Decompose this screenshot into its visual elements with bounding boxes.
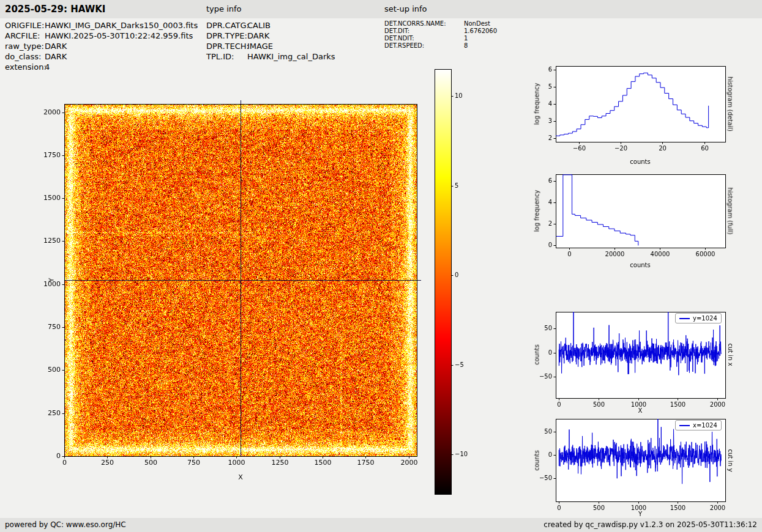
histogram-full-y-axis-label: log frequency: [534, 190, 540, 232]
footer-bar: powered by QC: www.eso.org/HC created by…: [0, 518, 762, 532]
cut-in-x-legend: y=1024: [675, 313, 722, 323]
file-info-block: ORIGFILE:HAWKI_IMG_DARK_Darks150_0003.fi…: [5, 21, 198, 73]
qc-report-page: 2025-05-29: HAWKI type info set-up info …: [0, 0, 762, 532]
meta-value: 1: [464, 35, 468, 42]
dark-frame-image: [34, 92, 431, 492]
type-info-row: TPL.ID:HAWKI_img_cal_Darks: [206, 52, 335, 62]
file-info-row: extension:4: [5, 62, 198, 73]
meta-label: raw_type:: [5, 42, 45, 51]
type-info-row: DPR.CATG:CALIB: [206, 21, 335, 31]
meta-label: DPR.TECH:: [206, 42, 247, 51]
type-info-header: type info: [206, 0, 242, 18]
setup-info-row: DET.DIT:1.6762060: [384, 28, 497, 35]
histogram-detail-y-axis-label: log frequency: [534, 83, 540, 125]
meta-value: HAWKI.2025-05-30T10:22:42.959.fits: [45, 31, 193, 40]
cut-in-x-y-axis-label: counts: [534, 344, 540, 364]
main-image-x-axis-label: X: [238, 473, 243, 481]
histogram-full-x-axis-label: counts: [630, 262, 650, 268]
histogram-full-chart: [526, 169, 731, 276]
footer-credit-qc: powered by QC: www.eso.org/HC: [5, 518, 126, 532]
file-info-row: ARCFILE:HAWKI.2025-05-30T10:22:42.959.fi…: [5, 31, 198, 42]
meta-label: DET.NCORRS.NAME:: [384, 20, 464, 27]
type-info-row: DPR.TYPE:DARK: [206, 31, 335, 42]
meta-value: IMAGE: [247, 42, 273, 51]
setup-info-block: DET.NCORRS.NAME:NonDest DET.DIT:1.676206…: [384, 20, 497, 50]
type-info-block: DPR.CATG:CALIB DPR.TYPE:DARK DPR.TECH:IM…: [206, 21, 335, 62]
cut-in-y-legend: x=1024: [675, 420, 722, 430]
meta-label: do_class:: [5, 52, 45, 61]
histogram-detail-right-label: histogram (detail): [727, 76, 734, 131]
meta-label: DPR.TYPE:: [206, 31, 247, 40]
file-info-row: ORIGFILE:HAWKI_IMG_DARK_Darks150_0003.fi…: [5, 21, 198, 31]
histogram-full-right-label: histogram (full): [727, 187, 734, 234]
file-info-row: do_class:DARK: [5, 52, 198, 62]
setup-info-row: DET.RSPEED:8: [384, 42, 497, 50]
cut-in-y-x-axis-label: Y: [638, 511, 642, 517]
meta-value: DARK: [45, 52, 67, 61]
colorbar: [428, 64, 484, 501]
meta-value: DARK: [247, 31, 269, 40]
legend-label: y=1024: [693, 315, 717, 322]
legend-label: x=1024: [693, 422, 717, 429]
cut-in-y-right-label: cut in y: [727, 449, 734, 471]
cut-in-x-x-axis-label: X: [638, 407, 643, 414]
meta-value: 8: [464, 42, 468, 49]
meta-label: ARCFILE:: [5, 31, 45, 40]
legend-line-sample: [679, 425, 690, 426]
meta-value: DARK: [45, 42, 67, 51]
header-bar: 2025-05-29: HAWKI type info set-up info: [0, 0, 762, 18]
meta-label: DPR.CATG:: [206, 21, 247, 30]
meta-label: DET.DIT:: [384, 28, 464, 34]
setup-info-header: set-up info: [384, 0, 427, 18]
histogram-detail-x-axis-label: counts: [630, 158, 650, 165]
cut-in-y-y-axis-label: counts: [534, 450, 540, 470]
type-info-row: DPR.TECH:IMAGE: [206, 42, 335, 52]
file-info-row: raw_type:DARK: [5, 42, 198, 52]
setup-info-row: DET.NCORRS.NAME:NonDest: [384, 20, 497, 28]
meta-label: DET.NDIT:: [384, 35, 464, 42]
meta-label: extension:: [5, 62, 45, 72]
meta-label: ORIGFILE:: [5, 21, 45, 30]
meta-value: NonDest: [464, 20, 490, 27]
page-title: 2025-05-29: HAWKI: [5, 0, 105, 18]
meta-label: TPL.ID:: [206, 52, 247, 61]
meta-label: DET.RSPEED:: [384, 42, 464, 49]
cut-in-x-right-label: cut in x: [727, 343, 734, 366]
histogram-detail-chart: [526, 61, 731, 168]
meta-value: 4: [45, 62, 50, 72]
main-image-y-axis-label: Y: [48, 278, 56, 283]
meta-value: 1.6762060: [464, 28, 497, 34]
footer-created-by: created by qc_rawdisp.py v1.2.3 on 2025-…: [543, 518, 757, 532]
meta-value: CALIB: [247, 21, 271, 30]
legend-line-sample: [679, 318, 690, 319]
setup-info-row: DET.NDIT:1: [384, 35, 497, 42]
meta-value: HAWKI_img_cal_Darks: [247, 52, 335, 61]
meta-value: HAWKI_IMG_DARK_Darks150_0003.fits: [45, 21, 198, 30]
